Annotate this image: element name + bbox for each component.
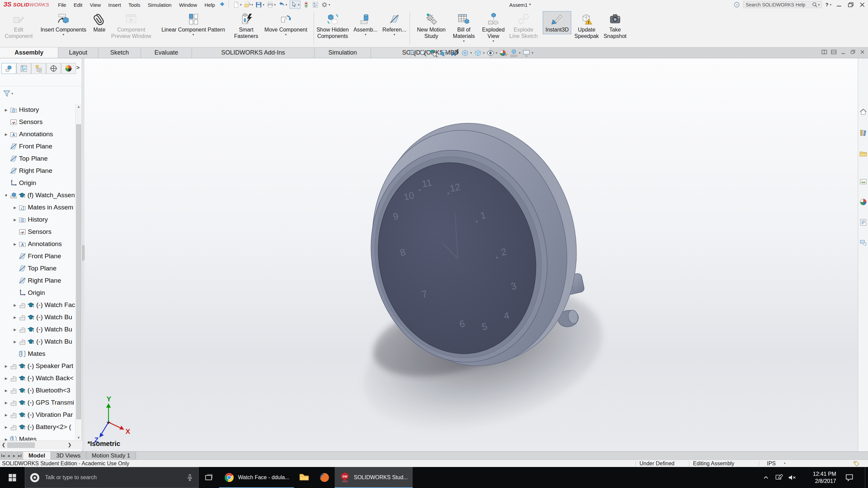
tree-expand-icon[interactable]: ▶ bbox=[3, 401, 9, 405]
dropdown-caret-icon[interactable]: ▾ bbox=[532, 51, 533, 55]
tab-simulation[interactable]: Simulation bbox=[315, 47, 371, 58]
tree-item[interactable]: Sensors bbox=[0, 116, 75, 128]
tree-item[interactable]: Top Plane bbox=[0, 152, 75, 165]
home-icon[interactable] bbox=[859, 108, 867, 116]
update-speedpak-button[interactable]: UpdateSpeedpak bbox=[572, 11, 601, 41]
appearances-icon[interactable] bbox=[859, 198, 867, 206]
tree-item[interactable]: ▶(-) Speaker Part bbox=[0, 360, 75, 372]
print-button[interactable]: ▾ bbox=[267, 1, 276, 8]
dropdown-caret-icon[interactable]: ▾ bbox=[285, 33, 287, 37]
design-library-icon[interactable] bbox=[859, 129, 867, 137]
panel-tab-displaymanager[interactable] bbox=[61, 63, 76, 74]
tree-expand-icon[interactable]: ▶ bbox=[12, 218, 18, 222]
doc-tab-motion-study-1[interactable]: Motion Study 1 bbox=[86, 452, 136, 460]
tree-expand-icon[interactable]: ▶ bbox=[3, 413, 9, 417]
minimize-button[interactable] bbox=[835, 2, 843, 8]
tree-item[interactable]: Front Plane bbox=[0, 140, 75, 152]
taskbar-app-chrome[interactable]: Watch Face - ddula... bbox=[219, 467, 294, 488]
insert-components-button[interactable]: Insert Components▾ bbox=[38, 11, 89, 38]
scroll-right-icon[interactable]: ❯ bbox=[68, 442, 72, 447]
taskbar-app-solidworks-2016[interactable]: SW2016SOLIDWORKS Stud... bbox=[335, 467, 412, 488]
rebuild-traffic-light-button[interactable] bbox=[303, 1, 310, 8]
scroll-down-icon[interactable]: ▼ bbox=[76, 436, 82, 440]
taskbar-clock[interactable]: 12:41 PM 2/8/2017 bbox=[799, 470, 836, 485]
reference-geometry-button[interactable]: Referen...▾ bbox=[380, 11, 409, 38]
dropdown-caret-icon[interactable]: ▾ bbox=[274, 3, 276, 6]
hide-show-items-button[interactable]: ▾ bbox=[486, 48, 497, 58]
tree-item[interactable]: Sensors bbox=[0, 226, 75, 238]
tree-item[interactable]: Mates bbox=[0, 348, 75, 360]
scroll-up-icon[interactable]: ▲ bbox=[76, 105, 82, 108]
split-pane-h-button[interactable] bbox=[822, 49, 827, 55]
tree-item[interactable]: ▶History bbox=[0, 104, 75, 116]
smart-fasteners-button[interactable]: SmartFasteners bbox=[231, 11, 261, 41]
microphone-icon[interactable] bbox=[185, 473, 194, 482]
apply-scene-button[interactable]: ▾ bbox=[509, 48, 521, 58]
tree-item[interactable]: ▶(-) Watch Bu bbox=[0, 311, 75, 323]
split-pane-v-button[interactable] bbox=[831, 49, 837, 55]
exploded-view-button[interactable]: ExplodedView▾ bbox=[479, 11, 508, 44]
dropdown-caret-icon[interactable]: ▾ bbox=[193, 33, 194, 37]
zoom-fit-button[interactable] bbox=[408, 48, 417, 58]
nav-prev-button[interactable]: ◀ bbox=[6, 452, 12, 460]
dropdown-caret-icon[interactable]: ▾ bbox=[519, 51, 521, 55]
previous-view-button[interactable] bbox=[429, 48, 438, 58]
move-component-button[interactable]: Move Component▾ bbox=[262, 11, 310, 38]
restore-doc-button[interactable] bbox=[850, 49, 856, 55]
show-desktop-button[interactable] bbox=[865, 467, 865, 488]
tree-expand-icon[interactable]: ▶ bbox=[12, 242, 18, 246]
tree-item[interactable]: ▶Mates bbox=[0, 433, 75, 441]
dropdown-caret-icon[interactable]: ▾ bbox=[394, 33, 395, 37]
tree-item[interactable]: ▶(-) Watch Fac bbox=[0, 299, 75, 311]
tab-evaluate[interactable]: Evaluate bbox=[141, 47, 192, 58]
file-properties-button[interactable] bbox=[312, 1, 319, 8]
forum-icon[interactable] bbox=[859, 239, 867, 247]
show-hidden-components-button[interactable]: Show HiddenComponents bbox=[314, 11, 351, 41]
help-menu-button[interactable]: ? bbox=[825, 2, 828, 7]
minimize-doc-button[interactable] bbox=[841, 49, 846, 55]
tree-expand-icon[interactable]: ▶ bbox=[12, 340, 18, 344]
tray-tablet-pen-icon[interactable] bbox=[774, 473, 784, 482]
tree-item[interactable]: Origin bbox=[0, 287, 75, 299]
help-dropdown-icon[interactable]: ▾ bbox=[830, 3, 831, 6]
viewport-3d-scene[interactable]: 121110987654321 Y X Z bbox=[0, 58, 868, 451]
panel-tab-dimxpertmanager[interactable] bbox=[46, 63, 61, 74]
view-settings-button[interactable]: ▾ bbox=[522, 48, 533, 58]
panel-tab-featuremanager[interactable] bbox=[1, 63, 16, 74]
mate-button[interactable]: Mate bbox=[90, 11, 108, 34]
panel-tab-propertymanager[interactable] bbox=[16, 63, 31, 74]
close-button[interactable] bbox=[859, 2, 866, 8]
dropdown-caret-icon[interactable]: ▾ bbox=[483, 51, 485, 55]
panel-splitter-grip[interactable] bbox=[82, 245, 85, 261]
tree-item[interactable]: ▶AAnnotations bbox=[0, 238, 75, 250]
dropdown-caret-icon[interactable]: ▾ bbox=[470, 51, 472, 55]
menu-edit[interactable]: Edit bbox=[70, 2, 86, 8]
bill-of-materials-button[interactable]: Bill ofMaterials▾ bbox=[450, 11, 478, 44]
nav-next-button[interactable]: ▶ bbox=[12, 452, 17, 460]
tree-expand-icon[interactable]: ▶ bbox=[12, 206, 18, 209]
tree-item[interactable]: Right Plane bbox=[0, 165, 75, 177]
close-doc-button[interactable] bbox=[860, 49, 865, 55]
dropdown-caret-icon[interactable]: ▾ bbox=[263, 3, 264, 6]
dropdown-caret-icon[interactable]: ▾ bbox=[463, 39, 465, 43]
take-snapshot-button[interactable]: TakeSnapshot bbox=[601, 11, 629, 41]
tree-expand-icon[interactable]: ▶ bbox=[12, 316, 18, 319]
tree-expand-icon[interactable]: ▶ bbox=[3, 133, 9, 136]
tree-item[interactable]: ▶(-) Bluetooth<3 bbox=[0, 384, 75, 396]
panel-expand-chevron-icon[interactable]: > bbox=[76, 64, 80, 71]
pin-icon[interactable] bbox=[219, 2, 225, 8]
tree-item[interactable]: ▼(f) Watch_Assen bbox=[0, 189, 75, 201]
menu-tools[interactable]: Tools bbox=[125, 2, 144, 8]
edit-appearance-button[interactable] bbox=[499, 48, 508, 58]
nav-last-button[interactable]: ▶ bbox=[17, 452, 23, 460]
task-view-button[interactable] bbox=[199, 467, 219, 488]
tab-assembly[interactable]: Assembly bbox=[0, 47, 58, 58]
assembly-features-button[interactable]: Assemb...▾ bbox=[351, 11, 380, 38]
custom-properties-icon[interactable] bbox=[859, 218, 867, 226]
tree-item[interactable]: ▶(-) Battery<2> ( bbox=[0, 421, 75, 433]
tree-item[interactable]: Front Plane bbox=[0, 250, 75, 262]
filter-dropdown-icon[interactable]: ▾ bbox=[12, 92, 13, 95]
tree-expand-icon[interactable]: ▶ bbox=[3, 377, 9, 380]
section-view-button[interactable] bbox=[439, 48, 449, 58]
view-palette-icon[interactable] bbox=[859, 178, 867, 186]
